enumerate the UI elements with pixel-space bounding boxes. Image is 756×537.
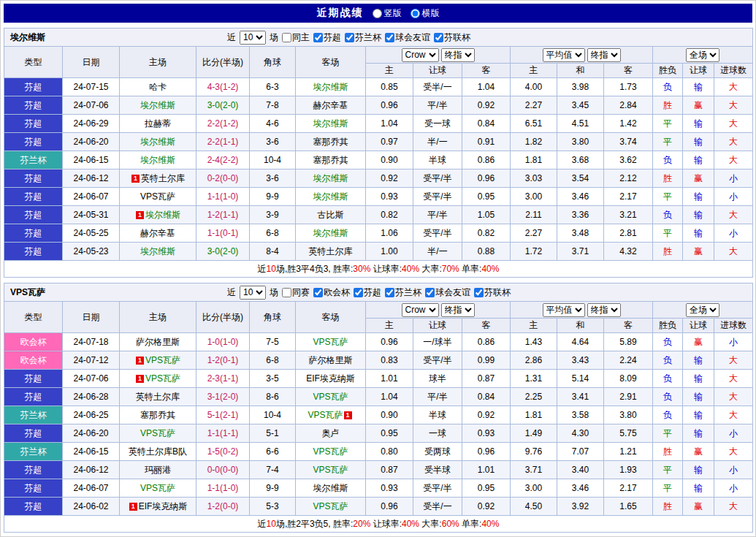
league-filter-checkbox[interactable] bbox=[434, 33, 443, 42]
league-filter[interactable]: 芬超 bbox=[313, 31, 341, 44]
layout-radio-horizontal[interactable] bbox=[411, 9, 420, 18]
layout-radio-vertical[interactable] bbox=[373, 9, 382, 18]
team-name[interactable]: 埃尔维斯 bbox=[140, 246, 175, 256]
avg-stage-select[interactable]: 终指 bbox=[587, 48, 621, 62]
league-filter-checkbox[interactable] bbox=[385, 288, 394, 297]
match-score: 2-2(1-2) bbox=[196, 115, 250, 133]
league-filter-checkbox[interactable] bbox=[354, 288, 363, 297]
summary-text: 40% bbox=[402, 519, 419, 529]
avg-source-select[interactable]: 平均值 bbox=[543, 303, 585, 317]
team-name[interactable]: 赫尔辛基 bbox=[140, 228, 175, 238]
team-name[interactable]: VPS瓦萨 bbox=[313, 392, 348, 402]
handicap-line: 平/半 bbox=[413, 206, 462, 224]
league-filter-checkbox[interactable] bbox=[282, 33, 291, 42]
team-name[interactable]: 埃尔维斯 bbox=[313, 228, 348, 238]
league-badge: 芬超 bbox=[4, 133, 63, 151]
summary-row: 近10场,胜2平3负5, 胜率:20% 让球率:40% 大率:60% 单率:40… bbox=[4, 516, 753, 533]
league-filter[interactable]: 球会友谊 bbox=[425, 286, 470, 299]
odds-company-select[interactable]: Crow bbox=[402, 48, 439, 62]
team-name[interactable]: 埃尔维斯 bbox=[145, 210, 180, 220]
team-name[interactable]: VPS瓦萨 bbox=[145, 355, 180, 365]
team-name[interactable]: 塞那乔其 bbox=[313, 155, 348, 165]
result-scope-group: 全场 bbox=[653, 302, 753, 319]
result-handicap: 赢 bbox=[683, 498, 714, 516]
team-name[interactable]: VPS瓦萨 bbox=[313, 501, 348, 511]
team-name[interactable]: 哈卡 bbox=[149, 82, 167, 92]
team-title: 埃尔维斯 bbox=[4, 31, 227, 44]
team-name[interactable]: 古比斯 bbox=[318, 210, 344, 220]
subcol-result-wdl: 胜负 bbox=[653, 319, 683, 333]
team-name[interactable]: 萨尔格里斯 bbox=[136, 337, 180, 347]
avg-away-odds: 2.17 bbox=[604, 479, 653, 498]
team-name[interactable]: VPS瓦萨 bbox=[313, 446, 348, 457]
team-name[interactable]: 埃尔维斯 bbox=[140, 100, 175, 110]
league-filter-checkbox[interactable] bbox=[474, 288, 484, 297]
league-filter[interactable]: 芬联杯 bbox=[434, 31, 470, 44]
league-filter-checkbox[interactable] bbox=[385, 33, 394, 42]
team-name[interactable]: VPS瓦萨 bbox=[145, 373, 180, 384]
match-date: 24-05-23 bbox=[63, 243, 120, 261]
team-name[interactable]: EIF埃克纳斯 bbox=[139, 501, 188, 511]
team-name[interactable]: 赫尔辛基 bbox=[313, 100, 348, 110]
team-name[interactable]: 塞那乔其 bbox=[140, 410, 175, 420]
handicap-home-odds: 1.04 bbox=[366, 115, 413, 133]
odds-company-select[interactable]: Crow bbox=[402, 303, 439, 317]
summary-text-cell: 近10场,胜2平3负5, 胜率:20% 让球率:40% 大率:60% 单率:40… bbox=[4, 516, 753, 533]
league-filter[interactable]: 同赛 bbox=[282, 286, 310, 299]
league-filter-checkbox[interactable] bbox=[345, 33, 354, 42]
odds-stage-select[interactable]: 终指 bbox=[441, 48, 475, 62]
league-filter[interactable]: 同主 bbox=[282, 31, 310, 44]
league-filter[interactable]: 芬联杯 bbox=[474, 286, 511, 299]
team-name[interactable]: VPS瓦萨 bbox=[313, 337, 348, 347]
team-name[interactable]: VPS瓦萨 bbox=[140, 191, 175, 202]
match-row: 芬超24-05-311埃尔维斯1-2(1-1)3-9古比斯0.82平/半1.05… bbox=[4, 206, 753, 224]
team-name[interactable]: 埃尔维斯 bbox=[313, 191, 348, 202]
team-name[interactable]: 埃尔维斯 bbox=[313, 173, 348, 183]
result-scope-select[interactable]: 全场 bbox=[686, 48, 719, 62]
recent-count-select[interactable]: 10 bbox=[240, 31, 266, 45]
team-name[interactable]: 奥卢 bbox=[322, 428, 340, 438]
team-name[interactable]: 埃尔维斯 bbox=[140, 137, 175, 147]
team-name[interactable]: EIF埃克纳斯 bbox=[306, 373, 355, 384]
team-name[interactable]: 英特土尔库 bbox=[141, 173, 185, 183]
league-filter-checkbox[interactable] bbox=[425, 288, 435, 297]
avg-stage-select[interactable]: 终指 bbox=[587, 303, 621, 317]
layout-option-vertical[interactable]: 竖版 bbox=[373, 7, 402, 20]
team-name[interactable]: 英特土尔库B队 bbox=[129, 446, 187, 457]
team-name[interactable]: 英特土尔库 bbox=[136, 392, 180, 402]
team-name[interactable]: VPS瓦萨 bbox=[313, 465, 348, 475]
avg-odds-group: 平均值 终指 bbox=[511, 47, 653, 64]
team-name[interactable]: VPS瓦萨 bbox=[308, 410, 343, 420]
league-filter[interactable]: 芬超 bbox=[354, 286, 381, 299]
team-name[interactable]: 埃尔维斯 bbox=[313, 82, 348, 92]
league-filter[interactable]: 芬兰杯 bbox=[385, 286, 421, 299]
recent-count-select[interactable]: 10 bbox=[240, 286, 266, 300]
league-filter[interactable]: 欧会杯 bbox=[313, 286, 350, 299]
red-card-badge: 1 bbox=[136, 357, 144, 365]
result-goals: 小 bbox=[714, 224, 753, 243]
avg-home-odds: 1.49 bbox=[511, 424, 557, 443]
team-name[interactable]: 埃尔维斯 bbox=[313, 118, 348, 129]
summary-text: 单率: bbox=[459, 264, 482, 274]
layout-option-horizontal[interactable]: 横版 bbox=[411, 7, 440, 20]
team-name[interactable]: VPS瓦萨 bbox=[140, 428, 175, 438]
odds-stage-select[interactable]: 终指 bbox=[441, 303, 475, 317]
team-cell: 赫尔辛基 bbox=[120, 224, 196, 243]
league-filter-checkbox[interactable] bbox=[282, 288, 291, 297]
team-name[interactable]: 英特土尔库 bbox=[309, 246, 353, 256]
col-header-away: 客场 bbox=[296, 302, 366, 333]
team-name[interactable]: 拉赫蒂 bbox=[145, 118, 171, 129]
league-filter-checkbox[interactable] bbox=[313, 33, 323, 42]
league-filter-checkbox[interactable] bbox=[313, 288, 323, 297]
team-name[interactable]: VPS瓦萨 bbox=[140, 483, 175, 493]
team-name[interactable]: 塞那乔其 bbox=[313, 137, 348, 147]
team-name[interactable]: 埃尔维斯 bbox=[313, 483, 348, 493]
league-filter[interactable]: 芬兰杯 bbox=[345, 31, 381, 44]
avg-home-odds: 2.27 bbox=[511, 96, 557, 115]
team-name[interactable]: 萨尔格里斯 bbox=[309, 355, 353, 365]
league-filter[interactable]: 球会友谊 bbox=[385, 31, 430, 44]
avg-source-select[interactable]: 平均值 bbox=[543, 48, 585, 62]
team-name[interactable]: 玛丽港 bbox=[145, 465, 171, 475]
result-scope-select[interactable]: 全场 bbox=[686, 303, 719, 317]
team-name[interactable]: 埃尔维斯 bbox=[140, 155, 175, 165]
